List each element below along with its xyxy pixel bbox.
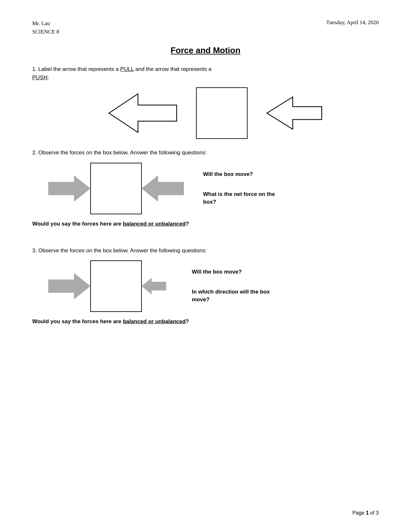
q2-will-move-label: Will the box move?: [203, 171, 287, 178]
q3-left-arrow: [142, 278, 166, 294]
q3-arrows-box: [48, 260, 166, 312]
q2-box: [90, 163, 142, 214]
question-2-text: 2. Observe the forces on the box below. …: [32, 149, 379, 157]
q2-net-force-label: What is the net force on the box?: [203, 190, 287, 206]
q2-diagram-area: Will the box move? What is the net force…: [48, 163, 379, 214]
q3-balanced-question: Would you say the forces here are balanc…: [32, 318, 379, 325]
q2-arrows-box: [48, 163, 184, 214]
q3-balanced-suffix: ?: [186, 318, 189, 324]
svg-marker-2: [48, 176, 90, 201]
page-of: of 3: [369, 510, 379, 516]
svg-marker-1: [267, 97, 322, 129]
q1-left-arrow: [109, 94, 177, 132]
q1-middle: and the arrow that represents a: [134, 66, 211, 72]
page-number: Page 1 of 3: [352, 510, 379, 516]
q2-balanced-question: Would you say the forces here are balanc…: [32, 221, 379, 227]
svg-marker-3: [142, 176, 184, 201]
q2-right-labels: Will the box move? What is the net force…: [203, 171, 287, 206]
q3-direction-label: In which direction will the box move?: [192, 288, 282, 304]
svg-marker-0: [109, 94, 177, 132]
q1-push: PUSH: [32, 74, 47, 81]
q3-box: [90, 260, 142, 312]
q1-diagram: [52, 87, 379, 139]
teacher-name: Mr. Lau: [32, 19, 59, 28]
svg-marker-4: [48, 273, 90, 299]
q3-balanced-prefix: Would you say the forces here are: [32, 318, 123, 324]
q2-balanced-prefix: Would you say the forces here are: [32, 221, 123, 227]
page-title: Force and Motion: [32, 45, 379, 55]
q3-will-move-label: Will the box move?: [192, 269, 282, 275]
header: Mr. Lau SCIENCE 8 Tuesday, April 14, 202…: [32, 19, 379, 36]
page: Mr. Lau SCIENCE 8 Tuesday, April 14, 202…: [0, 0, 411, 532]
q3-balanced-underline: balanced or unbalanced: [123, 318, 186, 324]
q3-right-labels: Will the box move? In which direction wi…: [192, 269, 282, 304]
q2-right-arrow: [48, 176, 90, 201]
q1-pull: PULL: [120, 66, 134, 72]
svg-marker-5: [142, 278, 166, 294]
page-current: 1: [366, 510, 369, 516]
page-label: Page: [352, 510, 366, 516]
q2-balanced-underline: balanced or unbalanced: [123, 221, 186, 227]
q3-diagram-area: Will the box move? In which direction wi…: [48, 260, 379, 312]
q1-end: :: [47, 74, 49, 81]
q2-balanced-suffix: ?: [186, 221, 189, 227]
q1-prefix: 1. Label the arrow that represents a: [32, 66, 120, 72]
class-name: SCIENCE 8: [32, 28, 59, 36]
q3-right-arrow: [48, 273, 90, 299]
question-3-text: 3. Observe the forces on the box below. …: [32, 247, 379, 255]
question-1-text: 1. Label the arrow that represents a PUL…: [32, 65, 379, 82]
date: Tuesday, April 14, 2020: [326, 19, 379, 26]
header-left: Mr. Lau SCIENCE 8: [32, 19, 59, 36]
q1-center-box: [196, 87, 248, 139]
q2-left-arrow: [142, 176, 184, 201]
q1-right-arrow: [267, 95, 322, 131]
